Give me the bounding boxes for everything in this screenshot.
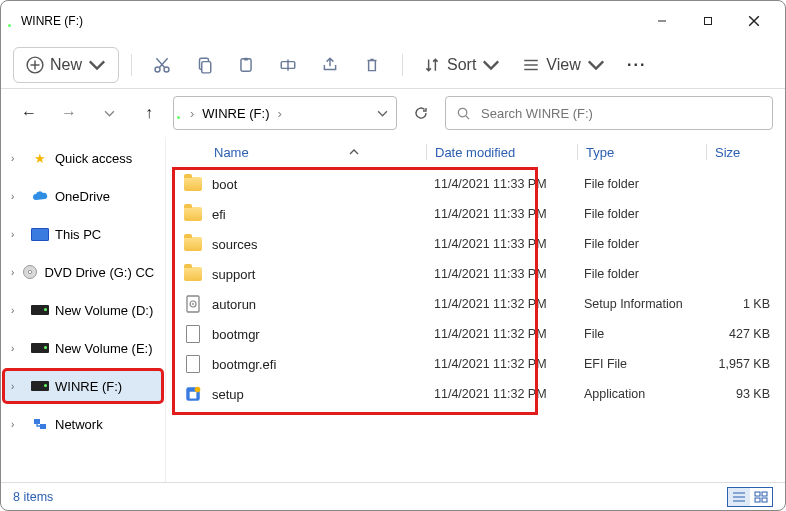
explorer-window: WINRE (F:) New Sort View — [0, 0, 786, 511]
disc-icon — [22, 263, 38, 281]
copy-button[interactable] — [186, 47, 222, 83]
content: › ★ Quick access › OneDrive › This PC › … — [1, 137, 785, 482]
recent-button[interactable] — [93, 97, 125, 129]
svg-rect-12 — [202, 61, 211, 72]
file-icon — [184, 385, 202, 403]
svg-point-20 — [458, 108, 466, 116]
sidebar-item-label: OneDrive — [55, 189, 110, 204]
svg-rect-36 — [762, 492, 767, 496]
search-input[interactable] — [479, 105, 762, 122]
details-view-button[interactable] — [728, 488, 750, 506]
delete-button[interactable] — [354, 47, 390, 83]
sidebar-item-this-pc[interactable]: › This PC — [5, 219, 161, 249]
file-date: 11/4/2021 11:32 PM — [426, 387, 576, 401]
drive-icon — [31, 339, 49, 357]
clipboard-icon — [237, 56, 255, 74]
column-header-name[interactable]: Name — [166, 145, 426, 160]
file-row[interactable]: boot11/4/2021 11:33 PMFile folder — [166, 169, 785, 199]
sort-label: Sort — [447, 56, 476, 74]
file-date: 11/4/2021 11:32 PM — [426, 357, 576, 371]
sidebar-item-winre-f[interactable]: › WINRE (F:) — [5, 371, 161, 401]
chevron-down-icon — [482, 56, 500, 74]
address-bar[interactable]: › WINRE (F:) › — [173, 96, 397, 130]
file-row[interactable]: support11/4/2021 11:33 PMFile folder — [166, 259, 785, 289]
pc-icon — [31, 225, 49, 243]
thumbnails-view-button[interactable] — [750, 488, 772, 506]
chevron-down-icon[interactable] — [377, 110, 388, 117]
file-row[interactable]: sources11/4/2021 11:33 PMFile folder — [166, 229, 785, 259]
sidebar-item-label: WINRE (F:) — [55, 379, 122, 394]
paste-button[interactable] — [228, 47, 264, 83]
file-date: 11/4/2021 11:32 PM — [426, 327, 576, 341]
copy-icon — [195, 56, 213, 74]
rename-button[interactable] — [270, 47, 306, 83]
sidebar-item-label: New Volume (D:) — [55, 303, 153, 318]
window-title: WINRE (F:) — [21, 14, 83, 28]
chevron-right-icon: › — [11, 419, 25, 430]
file-name: sources — [212, 237, 258, 252]
sidebar-item-new-volume-d[interactable]: › New Volume (D:) — [5, 295, 161, 325]
breadcrumb-separator-icon: › — [190, 106, 194, 121]
sidebar-item-network[interactable]: › Network — [5, 409, 161, 439]
svg-rect-1 — [705, 18, 712, 25]
view-icon — [522, 56, 540, 74]
file-date: 11/4/2021 11:33 PM — [426, 267, 576, 281]
file-row[interactable]: bootmgr.efi11/4/2021 11:32 PMEFI File1,9… — [166, 349, 785, 379]
sidebar-item-dvd-drive[interactable]: › DVD Drive (G:) CCCOMA_X64FRE_EN-US_DV9 — [5, 257, 161, 287]
column-header-type[interactable]: Type — [578, 145, 706, 160]
column-header-size[interactable]: Size — [707, 145, 777, 160]
sidebar: › ★ Quick access › OneDrive › This PC › … — [1, 137, 165, 482]
back-button[interactable]: ← — [13, 97, 45, 129]
new-label: New — [50, 56, 82, 74]
network-icon — [31, 415, 49, 433]
close-button[interactable] — [731, 5, 777, 37]
maximize-button[interactable] — [685, 5, 731, 37]
svg-rect-35 — [755, 492, 760, 496]
svg-point-23 — [29, 270, 32, 273]
file-row[interactable]: setup11/4/2021 11:32 PMApplication93 KB — [166, 379, 785, 409]
file-type: Application — [576, 387, 704, 401]
titlebar[interactable]: WINRE (F:) — [1, 1, 785, 41]
more-button[interactable]: ··· — [619, 47, 655, 83]
chevron-right-icon: › — [11, 229, 25, 240]
view-mode-toggle — [727, 487, 773, 507]
new-button[interactable]: New — [13, 47, 119, 83]
file-type: File folder — [576, 267, 704, 281]
up-button[interactable]: ↑ — [133, 97, 165, 129]
share-button[interactable] — [312, 47, 348, 83]
file-list[interactable]: boot11/4/2021 11:33 PMFile folderefi11/4… — [166, 167, 785, 482]
sidebar-item-new-volume-e[interactable]: › New Volume (E:) — [5, 333, 161, 363]
file-name: bootmgr — [212, 327, 260, 342]
drive-icon — [31, 377, 49, 395]
file-type: Setup Information — [576, 297, 704, 311]
column-header-date[interactable]: Date modified — [427, 145, 577, 160]
svg-rect-37 — [755, 498, 760, 502]
sidebar-item-label: This PC — [55, 227, 101, 242]
sidebar-item-quick-access[interactable]: › ★ Quick access — [5, 143, 161, 173]
view-button[interactable]: View — [514, 47, 612, 83]
file-row[interactable]: autorun11/4/2021 11:32 PMSetup Informati… — [166, 289, 785, 319]
status-item-count: 8 items — [13, 490, 53, 504]
file-icon — [184, 295, 202, 313]
chevron-right-icon: › — [11, 267, 16, 278]
sort-button[interactable]: Sort — [415, 47, 508, 83]
breadcrumb-location[interactable]: WINRE (F:) — [202, 106, 269, 121]
file-name: support — [212, 267, 255, 282]
search-box[interactable] — [445, 96, 773, 130]
file-row[interactable]: bootmgr11/4/2021 11:32 PMFile427 KB — [166, 319, 785, 349]
file-row[interactable]: efi11/4/2021 11:33 PMFile folder — [166, 199, 785, 229]
scissors-icon — [153, 56, 171, 74]
file-type: EFI File — [576, 357, 704, 371]
cloud-icon — [31, 187, 49, 205]
file-type: File folder — [576, 177, 704, 191]
forward-button[interactable]: → — [53, 97, 85, 129]
file-size: 1,957 KB — [704, 357, 774, 371]
chevron-down-icon — [587, 56, 605, 74]
sidebar-item-onedrive[interactable]: › OneDrive — [5, 181, 161, 211]
cut-button[interactable] — [144, 47, 180, 83]
file-icon — [184, 265, 202, 283]
refresh-button[interactable] — [405, 97, 437, 129]
search-icon — [456, 106, 471, 121]
minimize-button[interactable] — [639, 5, 685, 37]
file-type: File folder — [576, 237, 704, 251]
